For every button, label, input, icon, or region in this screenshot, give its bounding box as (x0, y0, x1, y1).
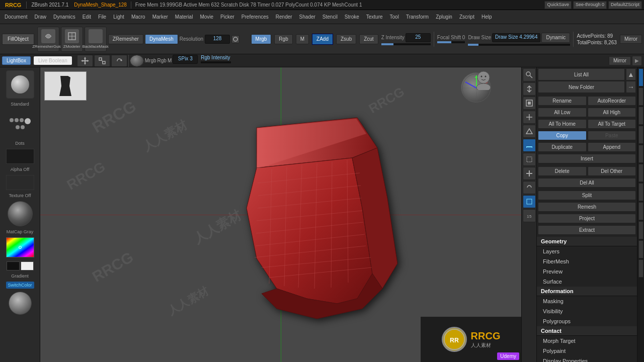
color-gradient[interactable] (6, 237, 34, 257)
remesh-btn[interactable]: Remesh (538, 202, 636, 212)
paste-btn[interactable]: Paste (588, 131, 636, 140)
duplicate-btn[interactable]: Duplicate (538, 142, 587, 152)
layers-item[interactable]: Layers (537, 246, 637, 256)
subpalette-icon-9[interactable] (638, 221, 643, 239)
rgb-intensity-bar[interactable] (201, 61, 231, 63)
resolution-value[interactable]: 128 (205, 35, 230, 44)
all-low-btn[interactable]: All Low (538, 108, 587, 117)
scroll-icon-btn[interactable] (523, 82, 536, 96)
spix-field[interactable]: SPix 3 (173, 55, 198, 64)
geometry-header[interactable]: Geometry (537, 237, 637, 246)
copy-btn[interactable]: Copy (538, 131, 587, 140)
z-intensity-bar[interactable] (381, 43, 431, 45)
switch-color-btn[interactable]: SwitchColor (6, 282, 34, 289)
menu-zplugin[interactable]: Zplugin (433, 14, 455, 20)
zadd-btn[interactable]: ZAdd (312, 34, 333, 45)
brush-sphere-preview[interactable] (130, 55, 144, 67)
subpalette-icon-10[interactable] (638, 240, 643, 258)
menu-transform[interactable]: Transform (404, 14, 431, 20)
fill-object-btn[interactable]: FillObject (2, 34, 34, 45)
quick-save-btn[interactable]: QuickSave (544, 1, 572, 9)
backface-mask-btn[interactable]: BackfaceMask (85, 27, 107, 52)
insert-btn[interactable]: Insert (538, 154, 636, 163)
subpalette-icon-2[interactable] (638, 87, 643, 106)
menu-marker[interactable]: Marker (150, 14, 171, 20)
del-all-btn[interactable]: Del All (538, 178, 636, 188)
menu-document[interactable]: Document (2, 14, 30, 20)
move-icon-btn2[interactable] (523, 167, 536, 180)
menu-preferences[interactable]: Preferences (239, 14, 271, 20)
white-swatch[interactable] (21, 261, 34, 270)
subpalette-icon-11[interactable] (638, 259, 643, 278)
subpalette-icon-3[interactable] (638, 107, 643, 125)
dynamesh-btn[interactable]: DynaMesh (145, 34, 178, 44)
zcut-btn[interactable]: Zcut (359, 34, 378, 44)
subpalette-icon-5[interactable] (638, 145, 643, 163)
lpm-icon-btn[interactable]: 15 (523, 209, 536, 222)
default-zscript-btn[interactable]: DefaultZScript (608, 1, 642, 9)
zoom-icon-btn[interactable] (523, 68, 536, 81)
menu-picker[interactable]: Picker (218, 14, 237, 20)
floor-icon-btn[interactable] (523, 139, 536, 152)
append-btn[interactable]: Append (588, 142, 636, 152)
live-boolean-btn[interactable]: Live Boolean (34, 56, 72, 65)
rotate-icon-btn[interactable] (111, 55, 127, 67)
mirror-btn[interactable]: Mirror (620, 35, 642, 44)
dynamic-btn[interactable]: Dynamic (541, 33, 570, 43)
subpalette-icon-7[interactable] (638, 183, 643, 201)
addgrid-icon-btn[interactable] (523, 111, 536, 124)
menu-render[interactable]: Render (273, 14, 295, 20)
menu-shader[interactable]: Shader (297, 14, 318, 20)
collapse-btn[interactable]: ▶ (632, 56, 642, 66)
lightbox-btn[interactable]: LightBox (2, 56, 31, 65)
new-folder-arrow[interactable]: → (626, 81, 636, 93)
brush-dots-icon[interactable] (6, 110, 34, 138)
contact-header[interactable]: Contact (537, 326, 637, 336)
project-btn[interactable]: Project (538, 214, 636, 223)
menu-draw[interactable]: Draw (32, 14, 49, 20)
subpalette-icon-8[interactable] (638, 202, 643, 220)
mirror-btn2[interactable]: Mirror (609, 56, 631, 65)
zremesher-btn[interactable]: ZRemesher (108, 34, 143, 44)
zremesher-guide-btn[interactable]: ZRemesherGuide (37, 27, 59, 52)
menu-macro[interactable]: Macro (129, 14, 148, 20)
focal-shift-bar[interactable] (437, 41, 465, 43)
surface-item[interactable]: Surface (537, 277, 637, 287)
canvas-area[interactable]: RRCG 人人素材 RRCG 人人素材 RRCG 人人素材 RRCG 人人素材 … (40, 67, 521, 362)
menu-file[interactable]: File (96, 14, 109, 20)
subpalette-icon-1[interactable] (638, 68, 643, 86)
split-btn[interactable]: Split (538, 191, 636, 200)
zsub-btn[interactable]: Zsub (336, 34, 356, 44)
actual-icon-btn[interactable] (523, 97, 536, 110)
list-all-btn[interactable]: List All (538, 68, 625, 80)
texture-preview[interactable] (6, 175, 34, 190)
mrgb-btn[interactable]: Mrgb (251, 34, 272, 44)
menu-stroke[interactable]: Stroke (342, 14, 362, 20)
persp-icon-btn[interactable] (523, 125, 536, 138)
polypaint-item[interactable]: Polypaint (537, 346, 637, 356)
visibility-item[interactable]: Visibility (537, 306, 637, 316)
frame-icon-btn[interactable] (523, 153, 536, 166)
menu-texture[interactable]: Texture (364, 14, 385, 20)
menu-help[interactable]: Help (479, 14, 495, 20)
m-btn[interactable]: M (296, 34, 309, 44)
draw-size-bar[interactable] (468, 44, 570, 46)
del-other-btn[interactable]: Del Other (588, 166, 636, 176)
zmodeler-btn[interactable]: ZModeler (61, 27, 83, 52)
scale-icon-btn[interactable] (94, 55, 110, 67)
rgb-btn[interactable]: Rgb (274, 34, 292, 44)
menu-tool[interactable]: Tool (387, 14, 401, 20)
menu-zscript[interactable]: Zscript (457, 14, 477, 20)
alpha-preview[interactable] (6, 149, 34, 164)
display-props-item[interactable]: Display Properties (537, 356, 637, 362)
fibermesh-item[interactable]: FiberMesh (537, 256, 637, 266)
extract-btn[interactable]: Extract (538, 225, 636, 235)
standard-brush-icon[interactable] (6, 70, 34, 99)
matcap-sphere[interactable] (8, 201, 33, 226)
menu-dynamics[interactable]: Dynamics (51, 14, 78, 20)
gizmo[interactable] (461, 72, 491, 103)
masking-item[interactable]: Masking (537, 296, 637, 306)
subpalette-icon-4[interactable] (638, 126, 643, 144)
preview-item[interactable]: Preview (537, 266, 637, 277)
black-swatch[interactable] (7, 261, 20, 270)
